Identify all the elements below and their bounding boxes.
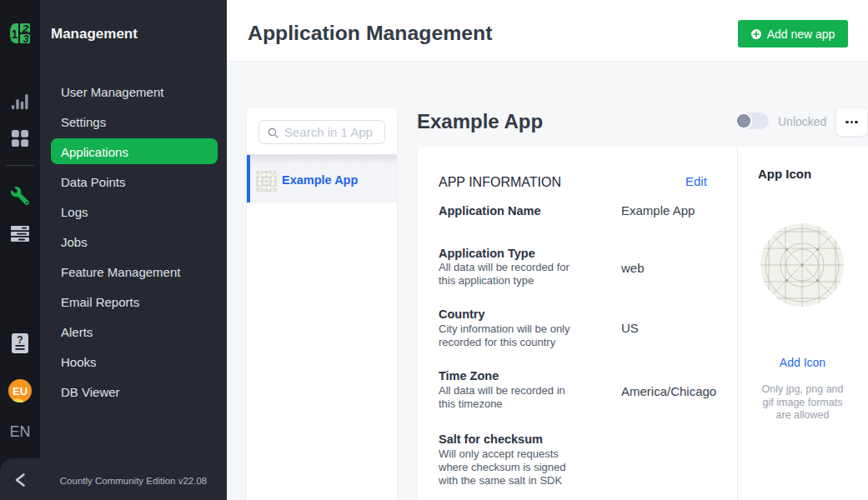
- svg-text:?: ?: [17, 334, 23, 346]
- svg-text:2: 2: [22, 23, 29, 35]
- svg-text:3: 3: [23, 33, 29, 43]
- svg-text:EU: EU: [13, 385, 28, 398]
- svg-text:1: 1: [12, 28, 18, 41]
